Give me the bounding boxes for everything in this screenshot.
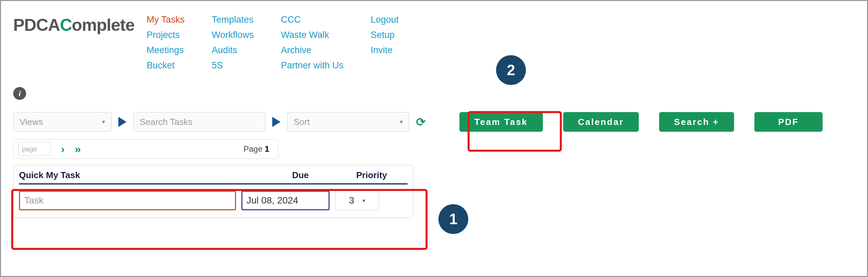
sort-dropdown[interactable]: Sort ▾ — [287, 112, 409, 132]
nav-columns: My Tasks Projects Meetings Bucket Templa… — [147, 15, 399, 71]
search-placeholder: Search Tasks — [140, 117, 193, 127]
search-plus-button[interactable]: Search + — [659, 112, 734, 132]
calendar-button[interactable]: Calendar — [563, 112, 639, 132]
apply-view-play-icon[interactable] — [118, 117, 126, 127]
nav-ccc[interactable]: CCC — [281, 15, 344, 25]
team-task-button[interactable]: Team Task — [459, 112, 543, 132]
views-dropdown[interactable]: Views ▾ — [13, 112, 112, 132]
refresh-icon[interactable]: ⟳ — [416, 115, 426, 129]
last-page-icon[interactable]: » — [75, 143, 81, 155]
page-placeholder: page — [22, 145, 37, 153]
page-number-input[interactable]: page — [18, 142, 51, 156]
quick-task-name-input[interactable]: Task — [19, 191, 236, 210]
top-navbar: PDCAComplete My Tasks Projects Meetings … — [13, 15, 855, 71]
nav-templates[interactable]: Templates — [212, 15, 254, 25]
brand-logo: PDCAComplete — [13, 17, 135, 34]
nav-waste-walk[interactable]: Waste Walk — [281, 30, 344, 40]
nav-projects[interactable]: Projects — [147, 30, 185, 40]
nav-my-tasks[interactable]: My Tasks — [147, 15, 185, 25]
nav-workflows[interactable]: Workflows — [212, 30, 254, 40]
quick-task-header: Quick My Task Due Priority — [19, 170, 408, 185]
nav-5s[interactable]: 5S — [212, 60, 254, 71]
quick-my-task-panel: Quick My Task Due Priority Task Jul 08, … — [13, 165, 413, 218]
nav-invite[interactable]: Invite — [371, 45, 399, 56]
run-search-play-icon[interactable] — [272, 117, 280, 127]
pdf-button[interactable]: PDF — [754, 112, 823, 132]
sort-placeholder: Sort — [294, 117, 310, 127]
nav-partner[interactable]: Partner with Us — [281, 60, 344, 71]
page-indicator: Page 1 — [243, 144, 269, 154]
quick-task-header-priority: Priority — [344, 170, 399, 180]
quick-task-header-due: Due — [256, 170, 344, 180]
quick-task-due-value: Jul 08, 2024 — [246, 195, 298, 206]
nav-setup[interactable]: Setup — [371, 30, 399, 40]
quick-task-priority-value: 3 — [349, 195, 354, 206]
quick-task-priority-select[interactable]: 3 ▾ — [335, 191, 379, 210]
views-placeholder: Views — [20, 117, 43, 127]
nav-audits[interactable]: Audits — [212, 45, 254, 56]
chevron-down-icon: ▾ — [400, 118, 403, 126]
nav-logout[interactable]: Logout — [371, 15, 399, 25]
search-tasks-input[interactable]: Search Tasks — [133, 112, 265, 132]
pager: page › » Page 1 — [13, 139, 278, 159]
quick-task-header-task: Quick My Task — [19, 170, 256, 180]
chevron-down-icon: ▾ — [362, 197, 365, 204]
nav-meetings[interactable]: Meetings — [147, 45, 185, 56]
next-page-icon[interactable]: › — [61, 143, 65, 155]
toolbar-row: Views ▾ Search Tasks Sort ▾ ⟳ Team Task … — [13, 112, 855, 132]
quick-task-due-input[interactable]: Jul 08, 2024 — [241, 191, 330, 210]
nav-archive[interactable]: Archive — [281, 45, 344, 56]
info-icon[interactable]: i — [13, 87, 26, 100]
nav-bucket[interactable]: Bucket — [147, 60, 185, 71]
quick-task-placeholder: Task — [24, 195, 44, 206]
annotation-badge-1: 1 — [438, 204, 468, 234]
chevron-down-icon: ▾ — [102, 118, 105, 126]
annotation-badge-2: 2 — [496, 55, 526, 85]
